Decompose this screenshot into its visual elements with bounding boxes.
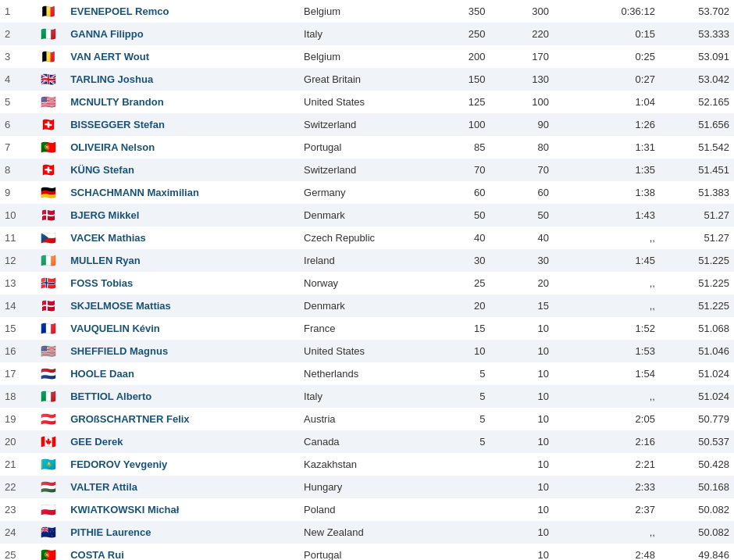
points2-cell: 130 (490, 68, 554, 91)
points1-cell: 5 (426, 362, 490, 385)
name-cell: TARLING Joshua (66, 68, 299, 91)
name-cell: BJERG Mikkel (66, 204, 299, 226)
rank-cell: 16 (0, 340, 32, 362)
country-cell: Italy (299, 23, 426, 45)
points1-cell: 350 (426, 0, 490, 23)
table-row: 13 🇳🇴 FOSS Tobias Norway 25 20 ,, 51.225 (0, 272, 734, 294)
table-row: 11 🇨🇿 VACEK Mathias Czech Republic 40 40… (0, 226, 734, 249)
table-row: 24 🇳🇿 PITHIE Laurence New Zealand 10 ,, … (0, 521, 734, 544)
speed-cell: 53.702 (660, 0, 734, 23)
name-cell: GROßSCHARTNER Felix (66, 408, 299, 430)
points1-cell: 100 (426, 113, 490, 136)
table-row: 17 🇳🇱 HOOLE Daan Netherlands 5 10 1:54 5… (0, 362, 734, 385)
name-cell: KÜNG Stefan (66, 159, 299, 181)
points2-cell: 10 (490, 362, 554, 385)
points1-cell: 250 (426, 23, 490, 45)
table-row: 22 🇭🇺 VALTER Attila Hungary 10 2:33 50.1… (0, 476, 734, 498)
speed-cell: 51.542 (660, 136, 734, 159)
rank-cell: 15 (0, 317, 32, 340)
name-cell: GANNA Filippo (66, 23, 299, 45)
table-row: 7 🇵🇹 OLIVEIRA Nelson Portugal 85 80 1:31… (0, 136, 734, 159)
flag-cell: 🇩🇰 (32, 294, 66, 317)
time-cell: 0:27 (554, 68, 660, 91)
flag-icon: 🇨🇦 (41, 435, 56, 448)
flag-cell: 🇵🇹 (32, 544, 66, 560)
table-row: 25 🇵🇹 COSTA Rui Portugal 10 2:48 49.846 (0, 544, 734, 560)
name-cell: SHEFFIELD Magnus (66, 340, 299, 362)
table-row: 9 🇩🇪 SCHACHMANN Maximilian Germany 60 60… (0, 181, 734, 204)
name-cell: FOSS Tobias (66, 272, 299, 294)
flag-cell: 🇬🇧 (32, 68, 66, 91)
flag-cell: 🇵🇹 (32, 136, 66, 159)
speed-cell: 53.091 (660, 45, 734, 68)
time-cell: 2:48 (554, 544, 660, 560)
flag-icon: 🇵🇹 (41, 548, 56, 560)
time-cell: 1:26 (554, 113, 660, 136)
rank-cell: 1 (0, 0, 32, 23)
points1-cell (426, 521, 490, 544)
rank-cell: 21 (0, 453, 32, 476)
table-row: 14 🇩🇰 SKJELMOSE Mattias Denmark 20 15 ,,… (0, 294, 734, 317)
rank-cell: 12 (0, 249, 32, 272)
name-cell: GEE Derek (66, 430, 299, 453)
name-cell: MCNULTY Brandon (66, 91, 299, 113)
flag-icon: 🇧🇪 (41, 50, 56, 63)
rank-cell: 13 (0, 272, 32, 294)
rank-cell: 7 (0, 136, 32, 159)
flag-icon: 🇳🇿 (41, 526, 56, 539)
name-cell: KWIATKOWSKI Michał (66, 498, 299, 521)
country-cell: Germany (299, 181, 426, 204)
rank-cell: 24 (0, 521, 32, 544)
flag-icon: 🇬🇧 (41, 73, 56, 86)
points1-cell: 40 (426, 226, 490, 249)
table-row: 18 🇮🇹 BETTIOL Alberto Italy 5 10 ,, 51.0… (0, 385, 734, 408)
time-cell: 2:16 (554, 430, 660, 453)
points2-cell: 170 (490, 45, 554, 68)
time-cell: ,, (554, 521, 660, 544)
table-row: 3 🇧🇪 VAN AERT Wout Belgium 200 170 0:25 … (0, 45, 734, 68)
flag-icon: 🇳🇱 (41, 367, 56, 380)
country-cell: Denmark (299, 294, 426, 317)
speed-cell: 49.846 (660, 544, 734, 560)
name-cell: BISSEGGER Stefan (66, 113, 299, 136)
flag-cell: 🇨🇿 (32, 226, 66, 249)
flag-cell: 🇳🇱 (32, 362, 66, 385)
time-cell: 2:33 (554, 476, 660, 498)
table-row: 21 🇰🇿 FEDOROV Yevgeniy Kazakhstan 10 2:2… (0, 453, 734, 476)
name-cell: VAN AERT Wout (66, 45, 299, 68)
country-cell: Belgium (299, 45, 426, 68)
flag-cell: 🇫🇷 (32, 317, 66, 340)
rank-cell: 19 (0, 408, 32, 430)
rank-cell: 22 (0, 476, 32, 498)
time-cell: ,, (554, 272, 660, 294)
flag-icon: 🇺🇸 (41, 344, 56, 358)
flag-cell: 🇦🇹 (32, 408, 66, 430)
points1-cell: 50 (426, 204, 490, 226)
flag-icon: 🇳🇴 (41, 276, 56, 290)
flag-icon: 🇧🇪 (41, 5, 56, 18)
speed-cell: 51.225 (660, 294, 734, 317)
points2-cell: 40 (490, 226, 554, 249)
speed-cell: 51.27 (660, 226, 734, 249)
name-cell: EVENEPOEL Remco (66, 0, 299, 23)
name-cell: BETTIOL Alberto (66, 385, 299, 408)
country-cell: Portugal (299, 136, 426, 159)
points1-cell: 70 (426, 159, 490, 181)
time-cell: ,, (554, 294, 660, 317)
country-cell: Poland (299, 498, 426, 521)
speed-cell: 51.225 (660, 272, 734, 294)
country-cell: Hungary (299, 476, 426, 498)
points2-cell: 10 (490, 340, 554, 362)
name-cell: OLIVEIRA Nelson (66, 136, 299, 159)
points2-cell: 70 (490, 159, 554, 181)
country-cell: Canada (299, 430, 426, 453)
country-cell: Kazakhstan (299, 453, 426, 476)
speed-cell: 50.537 (660, 430, 734, 453)
rank-cell: 8 (0, 159, 32, 181)
country-cell: Czech Republic (299, 226, 426, 249)
points1-cell: 20 (426, 294, 490, 317)
speed-cell: 53.333 (660, 23, 734, 45)
points2-cell: 220 (490, 23, 554, 45)
points2-cell: 10 (490, 408, 554, 430)
points1-cell: 5 (426, 385, 490, 408)
